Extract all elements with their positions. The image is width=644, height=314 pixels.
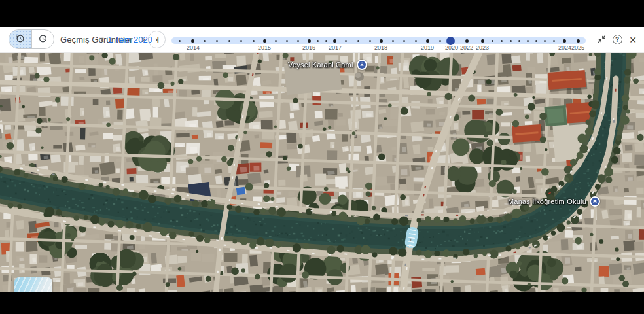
next-date-button[interactable]: › <box>139 27 148 52</box>
app-window: Geçmiş Görüntüler ‹ 1 Tem 2020 › ›| 2014… <box>0 0 644 314</box>
timeline-year-label: 2016 <box>302 44 315 51</box>
timeline-dot[interactable] <box>286 40 288 42</box>
timeline-dot-selected[interactable] <box>446 37 455 45</box>
timeline-year-label: 2020 <box>445 44 458 51</box>
poi-marker[interactable]: Veysel Karani Cami <box>288 60 367 70</box>
help-icon: ? <box>613 35 622 44</box>
imagery-mode-toggle <box>9 29 54 49</box>
mosque-icon <box>357 60 367 70</box>
timeline-dot[interactable] <box>439 40 441 42</box>
timeline-dot[interactable] <box>253 40 255 42</box>
timeline-dot[interactable] <box>325 40 327 42</box>
close-button[interactable]: ✕ <box>626 33 640 47</box>
timeline-dot[interactable] <box>510 40 512 42</box>
timeline-year-label: 2023 <box>476 44 489 51</box>
collapse-arrows-icon <box>597 34 607 46</box>
history-mode-button[interactable] <box>9 30 32 48</box>
timeline-dot[interactable] <box>492 40 493 42</box>
timeline-dot[interactable] <box>263 39 266 43</box>
reset-time-button[interactable] <box>32 30 54 48</box>
timeline-dot[interactable] <box>501 40 503 42</box>
poi-label: Manas İlköğretim Okulu <box>508 198 586 205</box>
timeline-dot[interactable] <box>403 40 405 42</box>
timeline-year-label: 2024 <box>558 44 571 51</box>
bottom-letterbox-bar <box>0 292 644 314</box>
timeline-dot[interactable] <box>563 39 566 43</box>
map-viewport: Veysel Karani CamiManas İlköğretim Okulu <box>0 52 644 292</box>
timeline-dot[interactable] <box>481 39 484 43</box>
timeline: 2014201520162017201820192020202220232024… <box>171 27 586 52</box>
poi-marker[interactable]: Manas İlköğretim Okulu <box>508 196 600 207</box>
satellite-map[interactable] <box>0 52 644 292</box>
timeline-dot[interactable] <box>426 39 429 43</box>
timeline-dot[interactable] <box>308 39 311 43</box>
timeline-dot[interactable] <box>577 39 580 43</box>
timeline-dot[interactable] <box>380 39 383 43</box>
timeline-dot[interactable] <box>527 40 529 42</box>
timeline-dot[interactable] <box>216 40 218 42</box>
timeline-slider-bar[interactable] <box>171 37 586 44</box>
collapse-timeline-button[interactable] <box>594 33 609 47</box>
timeline-year-label: 2019 <box>421 44 434 51</box>
top-letterbox-bar <box>0 0 644 27</box>
toolbar-right-controls: ? ✕ <box>594 27 640 52</box>
timeline-dot[interactable] <box>240 40 242 42</box>
timeline-dot[interactable] <box>317 40 319 42</box>
timeline-dot[interactable] <box>535 40 537 42</box>
timeline-dot[interactable] <box>345 40 347 42</box>
history-clock-icon <box>15 33 25 46</box>
timeline-dot[interactable] <box>369 40 371 42</box>
timeline-dot[interactable] <box>518 40 520 42</box>
timeline-dot[interactable] <box>204 40 206 42</box>
timeline-dot[interactable] <box>179 40 181 42</box>
timeline-dot[interactable] <box>415 40 417 42</box>
skip-to-latest-button[interactable]: ›| <box>148 31 166 48</box>
timeline-dot[interactable] <box>553 40 555 42</box>
timeline-dot[interactable] <box>392 40 394 42</box>
timeline-year-label: 2022 <box>460 44 473 51</box>
timeline-year-label: 2018 <box>374 44 387 51</box>
timeline-year-label: 2017 <box>329 44 342 51</box>
historical-imagery-toolbar: Geçmiş Görüntüler ‹ 1 Tem 2020 › ›| 2014… <box>0 27 644 53</box>
previous-date-button[interactable]: ‹ <box>98 27 107 52</box>
close-icon: ✕ <box>629 35 637 45</box>
poi-label: Veysel Karani Cami <box>288 61 353 69</box>
clock-arrow-icon <box>38 33 48 46</box>
help-button[interactable]: ? <box>610 33 624 47</box>
timeline-dot[interactable] <box>544 40 546 42</box>
timeline-dot[interactable] <box>275 40 277 42</box>
timeline-dot[interactable] <box>333 39 336 43</box>
timeline-year-label: 2015 <box>258 44 271 51</box>
timeline-dot[interactable] <box>297 40 299 42</box>
timeline-dot[interactable] <box>228 40 230 42</box>
timeline-dot[interactable] <box>357 40 359 42</box>
timeline-dot[interactable] <box>191 39 194 43</box>
school-icon <box>590 196 600 207</box>
timeline-year-label: 2014 <box>187 44 200 51</box>
timeline-dot[interactable] <box>465 39 469 43</box>
timeline-year-label: 2025 <box>571 44 584 51</box>
